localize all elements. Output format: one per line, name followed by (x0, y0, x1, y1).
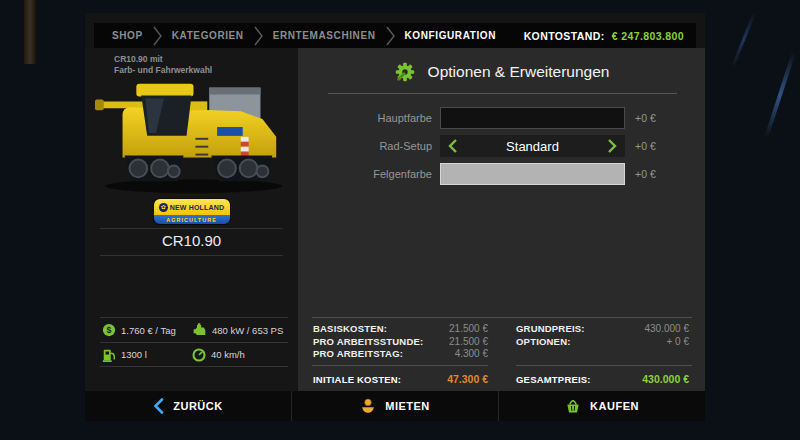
config-price: +0 € (635, 112, 656, 124)
config-title: Optionen & Erweiterungen (428, 63, 610, 81)
selector-prev-button[interactable] (440, 135, 466, 157)
configuration-panel: Optionen & Erweiterungen Hauptfarbe +0 € (298, 48, 705, 391)
shop-config-dialog: SHOP KATEGORIEN ERNTEMASCHINEN KONFIGURA… (85, 13, 705, 421)
coin-icon: $ (102, 323, 116, 337)
rent-button[interactable]: MIETEN (291, 391, 498, 421)
fuel-icon (102, 348, 116, 362)
stat-daily-cost: $ 1.760 € / Tag (100, 323, 192, 337)
selector-next-button[interactable] (599, 135, 625, 157)
brand-tagline: AGRICULTURE (166, 217, 217, 223)
stat-power: 480 kW / 653 PS (192, 323, 283, 337)
breadcrumb-shop[interactable]: SHOP (106, 30, 149, 41)
wheel-setup-value: Standard (466, 139, 599, 154)
divider (516, 365, 692, 366)
brand-leaf-icon: ✿ (159, 203, 168, 212)
speedometer-icon (192, 348, 206, 362)
config-label: Hauptfarbe (298, 112, 432, 124)
balance-value: € 247.803.800 (612, 30, 684, 42)
config-label: Felgenfarbe (298, 168, 432, 180)
stat-max-speed: 40 km/h (192, 348, 245, 362)
shopping-basket-icon (565, 398, 581, 414)
back-button[interactable]: ZURÜCK (85, 391, 291, 421)
divider (312, 365, 488, 366)
total-price: GESAMTPREIS: 430.000 € (516, 373, 689, 385)
wheel-setup-selector[interactable]: Standard (440, 135, 625, 157)
chevron-right-icon (254, 26, 263, 46)
top-bar: SHOP KATEGORIEN ERNTEMASCHINEN KONFIGURA… (94, 23, 696, 48)
light-streak (731, 12, 756, 69)
light-streak (764, 52, 796, 139)
account-balance: KONTOSTAND: € 247.803.800 (524, 30, 684, 42)
breadcrumb-konfiguration[interactable]: KONFIGURATION (399, 30, 503, 41)
main-color-swatch[interactable] (440, 107, 625, 129)
vehicle-image (93, 58, 290, 196)
config-row-rad-setup: Rad-Setup Standard (298, 135, 705, 157)
svg-text:$: $ (107, 325, 112, 335)
chevron-left-icon (448, 139, 458, 153)
hand-coin-icon (360, 398, 376, 414)
cost-column-left: BASISKOSTEN:21.500 € PRO ARBEITSSTUNDE:2… (313, 323, 488, 361)
options-gear-icon (394, 61, 416, 83)
divider (312, 317, 692, 318)
divider (100, 255, 283, 256)
action-bar: ZURÜCK MIETEN KAUFEN (85, 391, 705, 421)
brand-logo: ✿ NEW HOLLAND AGRICULTURE (154, 199, 230, 224)
chevron-left-icon (153, 398, 164, 414)
cost-column-right: GRUNDPREIS:430.000 € OPTIONEN:+ 0 € (516, 323, 689, 348)
stat-fuel-capacity: 1300 l (100, 348, 192, 362)
divider (100, 228, 283, 229)
vehicle-showcase-panel: CR10.90 mit Farb- und Fahrwerkwahl (85, 48, 298, 391)
vehicle-stats: $ 1.760 € / Tag 480 kW / 653 PS 1300 l (100, 317, 288, 367)
chevron-right-icon (153, 26, 162, 46)
breadcrumb: SHOP KATEGORIEN ERNTEMASCHINEN KONFIGURA… (106, 23, 502, 48)
vehicle-model-name: CR10.90 (85, 232, 298, 249)
breadcrumb-kategorien[interactable]: KATEGORIEN (166, 30, 250, 41)
chevron-right-icon (386, 26, 395, 46)
buy-button[interactable]: KAUFEN (498, 391, 705, 421)
breadcrumb-erntemaschinen[interactable]: ERNTEMASCHINEN (267, 30, 382, 41)
balance-label: KONTOSTAND: (524, 30, 605, 42)
divider (328, 93, 677, 94)
vehicle-overlay-title: CR10.90 mit Farb- und Fahrwerkwahl (114, 54, 212, 77)
chevron-right-icon (607, 139, 617, 153)
config-label: Rad-Setup (298, 140, 432, 152)
engine-icon (192, 323, 207, 337)
config-row-hauptfarbe: Hauptfarbe +0 € (298, 107, 705, 129)
game-background: SHOP KATEGORIEN ERNTEMASCHINEN KONFIGURA… (0, 0, 800, 440)
rim-color-swatch[interactable] (440, 163, 625, 185)
initial-cost-total: INITIALE KOSTEN: 47.300 € (313, 373, 488, 385)
brand-name: NEW HOLLAND (170, 204, 225, 211)
background-structure (24, 0, 36, 64)
config-price: +0 € (635, 140, 656, 152)
config-price: +0 € (635, 168, 656, 180)
config-row-felgenfarbe: Felgenfarbe +0 € (298, 163, 705, 185)
